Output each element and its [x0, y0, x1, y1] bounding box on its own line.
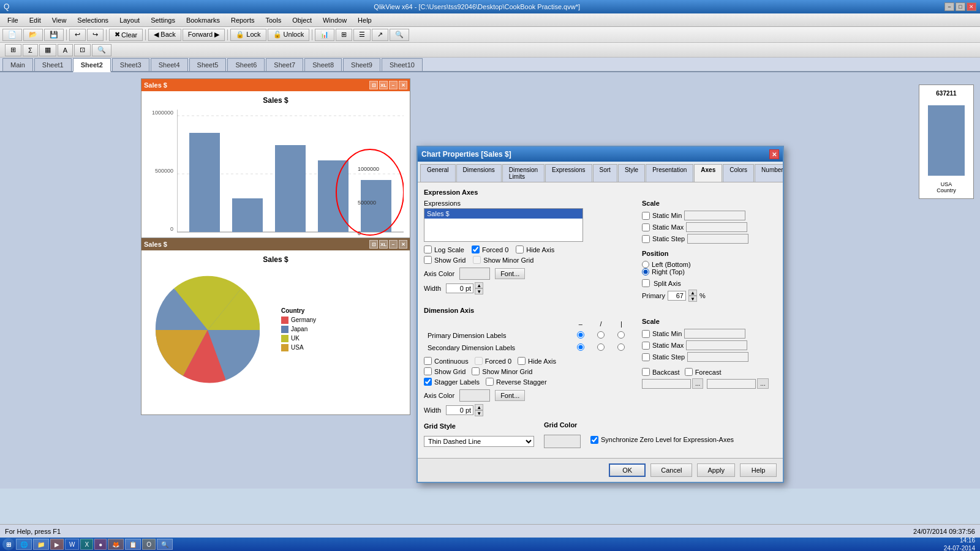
- dim-forced-0-input[interactable]: [475, 357, 483, 365]
- stagger-input[interactable]: [424, 378, 432, 386]
- chart-button[interactable]: 📊: [315, 29, 334, 41]
- stagger-check[interactable]: Stagger Labels: [424, 378, 480, 386]
- forecast-dots-btn[interactable]: ...: [757, 378, 768, 389]
- grid-style-select[interactable]: Thin Dashed Line Dashed Line Solid Line …: [424, 436, 534, 447]
- tab-sheet9[interactable]: Sheet9: [343, 58, 380, 71]
- unlock-button[interactable]: 🔓 Unlock: [268, 29, 310, 41]
- clear-button[interactable]: ✖ Clear: [109, 29, 143, 41]
- reverse-stagger-check[interactable]: Reverse Stagger: [486, 378, 547, 386]
- static-max-input[interactable]: [686, 222, 747, 232]
- menu-help[interactable]: Help: [353, 15, 377, 25]
- grid-color-box[interactable]: [544, 435, 581, 448]
- forward-button[interactable]: Forward ▶: [183, 29, 225, 41]
- show-grid-input[interactable]: [424, 256, 432, 264]
- width-down[interactable]: ▼: [475, 288, 483, 294]
- t2-btn5[interactable]: ⊡: [74, 44, 91, 56]
- undo-button[interactable]: ↩: [69, 29, 86, 41]
- t2-btn6[interactable]: 🔍: [92, 44, 111, 56]
- bar-chart-maximize[interactable]: ⊡: [369, 81, 378, 89]
- taskbar-excel[interactable]: X: [80, 539, 93, 550]
- bar-chart-close[interactable]: ✕: [399, 81, 407, 89]
- redo-button[interactable]: ↪: [87, 29, 104, 41]
- forced-0-check[interactable]: Forced 0: [472, 246, 508, 253]
- static-min-input[interactable]: [684, 211, 745, 220]
- backcast-dots-btn[interactable]: ...: [692, 378, 703, 389]
- forecast-input[interactable]: [685, 368, 693, 376]
- dim-show-grid-check[interactable]: Show Grid: [424, 367, 466, 375]
- axis-color-box[interactable]: [459, 268, 490, 280]
- pie-chart-xl[interactable]: XL: [379, 240, 388, 249]
- new-button[interactable]: 📄: [2, 29, 22, 41]
- dim-show-grid-input[interactable]: [424, 367, 432, 375]
- static-max-check[interactable]: [642, 223, 650, 231]
- menu-edit[interactable]: Edit: [24, 15, 46, 25]
- menu-settings[interactable]: Settings: [146, 15, 180, 25]
- tab-sheet5[interactable]: Sheet5: [189, 58, 227, 71]
- menu-view[interactable]: View: [47, 15, 72, 25]
- dim-static-min-input[interactable]: [684, 329, 745, 339]
- t2-btn2[interactable]: Σ: [23, 44, 38, 56]
- apply-button[interactable]: Apply: [697, 463, 735, 477]
- forecast-value-input[interactable]: [707, 379, 756, 389]
- menu-bookmarks[interactable]: Bookmarks: [181, 15, 225, 25]
- lock-button[interactable]: 🔒 Lock: [230, 29, 266, 41]
- continuous-input[interactable]: [424, 357, 432, 365]
- dtab-dimlimits[interactable]: Dimension Limits: [502, 164, 545, 182]
- log-scale-check[interactable]: Log Scale: [424, 246, 464, 253]
- save-button[interactable]: 💾: [44, 29, 64, 41]
- listbox-button[interactable]: ☰: [353, 29, 371, 41]
- taskbar-app2[interactable]: O: [142, 539, 156, 550]
- dim-width-up[interactable]: ▲: [475, 404, 483, 410]
- select-button[interactable]: ↗: [372, 29, 388, 41]
- menu-window[interactable]: Window: [318, 15, 352, 25]
- expressions-listbox[interactable]: Sales $: [424, 208, 583, 242]
- menu-reports[interactable]: Reports: [226, 15, 260, 25]
- hide-axis-check[interactable]: Hide Axis: [516, 246, 554, 253]
- show-grid-check[interactable]: Show Grid: [424, 256, 466, 264]
- back-button[interactable]: ◀ Back: [148, 29, 181, 41]
- dtab-number[interactable]: Number: [755, 164, 783, 182]
- dim-hide-axis-input[interactable]: [518, 357, 526, 365]
- primary-down[interactable]: ▼: [688, 296, 697, 302]
- width-input[interactable]: [446, 283, 473, 293]
- bar-chart-min[interactable]: −: [389, 81, 398, 89]
- zoom-button[interactable]: 🔍: [390, 29, 409, 41]
- tab-sheet3[interactable]: Sheet3: [112, 58, 149, 71]
- dim-static-max-input[interactable]: [686, 340, 747, 350]
- expr-font-btn[interactable]: Font...: [495, 268, 525, 279]
- width-up[interactable]: ▲: [475, 282, 483, 288]
- tab-sheet4[interactable]: Sheet4: [151, 58, 188, 71]
- menu-object[interactable]: Object: [287, 15, 317, 25]
- dtab-colors[interactable]: Colors: [723, 164, 754, 182]
- dtab-expressions[interactable]: Expressions: [545, 164, 592, 182]
- left-bottom-radio[interactable]: [642, 261, 649, 268]
- bar-chart-xl[interactable]: XL: [379, 81, 388, 89]
- log-scale-input[interactable]: [424, 246, 432, 253]
- close-button[interactable]: ✕: [967, 2, 976, 11]
- taskbar-chrome[interactable]: ●: [94, 539, 107, 550]
- primary-up[interactable]: ▲: [688, 290, 697, 296]
- tab-sheet1[interactable]: Sheet1: [34, 58, 72, 71]
- dim-static-step-check[interactable]: [642, 353, 650, 361]
- table-button[interactable]: ⊞: [336, 29, 352, 41]
- forecast-check[interactable]: Forecast: [685, 368, 722, 376]
- dim-show-minor-grid-check[interactable]: Show Minor Grid: [472, 367, 532, 375]
- tab-sheet10[interactable]: Sheet10: [382, 58, 423, 71]
- start-button[interactable]: ⊞: [2, 538, 15, 550]
- static-step-input[interactable]: [687, 234, 748, 244]
- backcast-check[interactable]: Backcast: [642, 368, 680, 376]
- t2-btn1[interactable]: ⊞: [5, 44, 21, 56]
- menu-layout[interactable]: Layout: [115, 15, 145, 25]
- dtab-style[interactable]: Style: [618, 164, 645, 182]
- taskbar-word[interactable]: W: [65, 539, 79, 550]
- dtab-presentation[interactable]: Presentation: [646, 164, 693, 182]
- tab-sheet8[interactable]: Sheet8: [304, 58, 342, 71]
- menu-selections[interactable]: Selections: [72, 15, 113, 25]
- cancel-button[interactable]: Cancel: [650, 463, 692, 477]
- menu-tools[interactable]: Tools: [260, 15, 286, 25]
- taskbar-app1[interactable]: 📋: [125, 539, 141, 550]
- open-button[interactable]: 📂: [23, 29, 43, 41]
- dim-show-minor-grid-input[interactable]: [472, 367, 480, 375]
- dim-font-btn[interactable]: Font...: [495, 390, 525, 401]
- pie-chart-close[interactable]: ✕: [399, 240, 407, 249]
